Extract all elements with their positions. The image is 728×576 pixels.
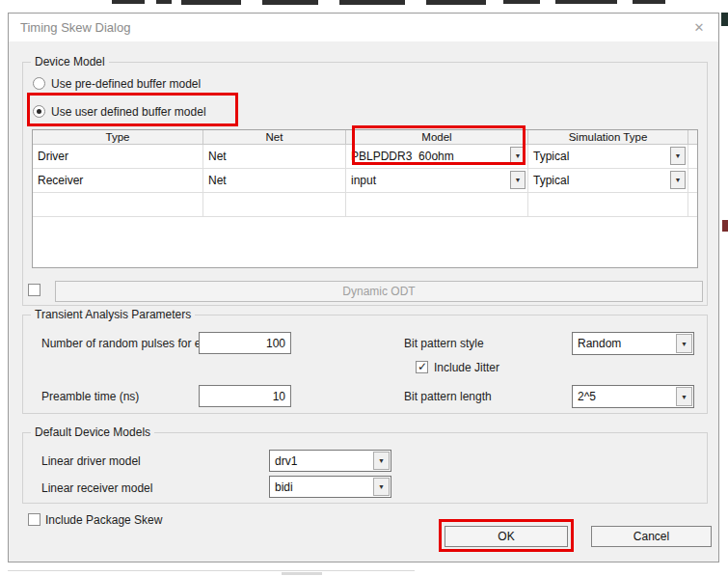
preamble-time-input[interactable] <box>199 385 291 407</box>
empty-cell <box>33 193 203 217</box>
driver-model-value: PBLPDDR3_60ohm <box>351 150 454 163</box>
linear-receiver-model-label: Linear receiver model <box>41 481 152 495</box>
dropdown-arrow-icon[interactable]: ▼ <box>670 171 686 189</box>
background-artifact <box>262 0 318 5</box>
background-artifact <box>8 570 415 571</box>
dynamic-odt-checkbox[interactable] <box>28 284 40 296</box>
bit-pattern-style-combobox[interactable]: Random ▼ <box>572 332 694 355</box>
empty-cell <box>346 193 528 217</box>
background-artifact <box>721 13 728 26</box>
dropdown-arrow-icon[interactable]: ▼ <box>510 171 526 189</box>
driver-simulation-type-combobox[interactable]: Typical ▼ <box>528 145 688 169</box>
radio-predefined-label[interactable]: Use pre-defined buffer model <box>51 77 201 91</box>
column-header-model[interactable]: Model <box>346 130 528 145</box>
pulses-input[interactable] <box>199 332 291 354</box>
receiver-simulation-type-combobox[interactable]: Typical ▼ <box>528 169 688 193</box>
include-jitter-label[interactable]: Include Jitter <box>434 361 499 374</box>
linear-receiver-model-combobox[interactable]: bidi ▼ <box>269 476 391 498</box>
column-header-filler <box>688 130 697 145</box>
close-icon[interactable]: ✕ <box>688 14 711 41</box>
radio-user-defined-buffer-model[interactable] <box>33 105 45 118</box>
cancel-button[interactable]: Cancel <box>591 526 712 547</box>
linear-driver-model-value: drv1 <box>275 454 297 468</box>
table-row-receiver: Receiver Net input ▼ Typical ▼ <box>33 169 697 193</box>
screen: Timing Skew Dialog ✕ Device Model Use pr… <box>0 0 728 576</box>
dropdown-arrow-icon[interactable]: ▼ <box>670 147 686 165</box>
linear-driver-model-combobox[interactable]: drv1 ▼ <box>269 450 391 472</box>
linear-driver-model-label: Linear driver model <box>41 454 141 468</box>
default-device-models-group-label: Default Device Models <box>31 425 154 440</box>
background-artifact <box>555 0 617 4</box>
dropdown-arrow-icon[interactable]: ▼ <box>676 387 692 406</box>
driver-model-combobox[interactable]: PBLPDDR3_60ohm ▼ <box>346 145 528 169</box>
bit-pattern-length-combobox[interactable]: 2^5 ▼ <box>572 385 694 408</box>
background-artifact <box>181 0 241 5</box>
receiver-model-value: input <box>351 174 376 187</box>
include-package-skew-checkbox[interactable] <box>28 513 40 526</box>
background-artifact <box>282 572 322 575</box>
receiver-net-cell[interactable]: Net <box>203 169 346 193</box>
column-header-net[interactable]: Net <box>203 130 346 145</box>
receiver-model-combobox[interactable]: input ▼ <box>346 169 528 193</box>
device-model-group-label: Device Model <box>31 55 109 69</box>
background-artifact <box>722 220 728 232</box>
dynamic-odt-button[interactable]: Dynamic ODT <box>55 281 703 302</box>
row-filler <box>688 193 697 217</box>
background-artifact <box>339 0 405 5</box>
driver-net-cell[interactable]: Net <box>203 145 346 169</box>
bit-pattern-length-value: 2^5 <box>578 390 596 403</box>
buffer-model-table: Type Net Model Simulation Type Driver Ne… <box>32 129 698 268</box>
linear-receiver-model-value: bidi <box>275 480 293 494</box>
receiver-sim-value: Typical <box>533 174 569 187</box>
column-header-type[interactable]: Type <box>33 130 203 145</box>
transient-parameters-group-label: Transient Analysis Parameters <box>31 308 195 322</box>
background-artifact <box>426 0 486 5</box>
empty-cell <box>203 193 346 217</box>
dialog-title: Timing Skew Dialog <box>20 14 130 41</box>
table-row-empty <box>33 193 697 217</box>
include-package-skew-label[interactable]: Include Package Skew <box>45 513 162 527</box>
radio-predefined-buffer-model[interactable] <box>33 77 45 90</box>
bit-pattern-style-value: Random <box>578 337 621 350</box>
ok-button[interactable]: OK <box>445 526 568 547</box>
driver-type-cell[interactable]: Driver <box>33 145 203 169</box>
bit-pattern-style-label: Bit pattern style <box>404 337 484 350</box>
empty-cell <box>528 193 688 217</box>
dropdown-arrow-icon[interactable]: ▼ <box>510 147 526 165</box>
bit-pattern-length-label: Bit pattern length <box>404 390 492 403</box>
row-filler <box>688 169 697 193</box>
include-jitter-checkbox[interactable]: ✓ <box>416 361 428 373</box>
receiver-type-cell[interactable]: Receiver <box>33 169 203 193</box>
background-artifact <box>112 0 145 4</box>
background-artifact <box>633 0 665 4</box>
background-artifact <box>503 0 540 4</box>
table-header-row: Type Net Model Simulation Type <box>33 130 697 145</box>
check-icon: ✓ <box>418 360 427 373</box>
radio-user-defined-label[interactable]: Use user defined buffer model <box>51 105 206 119</box>
row-filler <box>688 145 697 169</box>
dropdown-arrow-icon[interactable]: ▼ <box>373 478 390 496</box>
timing-skew-dialog: Timing Skew Dialog ✕ Device Model Use pr… <box>8 13 719 562</box>
dropdown-arrow-icon[interactable]: ▼ <box>373 452 390 470</box>
driver-sim-value: Typical <box>533 150 569 163</box>
table-row-driver: Driver Net PBLPDDR3_60ohm ▼ Typical ▼ <box>33 145 697 169</box>
title-bar: Timing Skew Dialog ✕ <box>9 14 718 41</box>
preamble-time-label: Preamble time (ns) <box>41 390 139 403</box>
dropdown-arrow-icon[interactable]: ▼ <box>676 334 692 353</box>
column-header-simulation-type[interactable]: Simulation Type <box>528 130 688 145</box>
background-artifact <box>156 0 172 4</box>
